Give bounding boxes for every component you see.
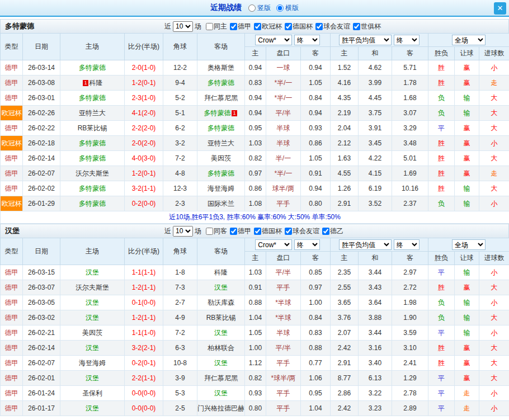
home-team-cell: 多特蒙德 xyxy=(60,60,125,75)
league-filter-checkbox[interactable] xyxy=(206,228,213,235)
odds-company-select[interactable]: Crow* xyxy=(255,239,292,250)
league-filter-checkbox[interactable] xyxy=(206,23,213,30)
match-row: 德甲26-02-02多特蒙德3-2(1-1)12-3海登海姆0.86球半/两0.… xyxy=(1,181,509,196)
col-handicap: 盘口 xyxy=(266,47,301,60)
league-filter-checkbox[interactable] xyxy=(315,23,323,30)
league-filter-checkbox[interactable] xyxy=(322,228,329,235)
europe-odds-select[interactable]: 胜平负均值 xyxy=(339,239,392,250)
date-cell: 26-03-08 xyxy=(23,75,60,91)
col-home-water: 主 xyxy=(245,47,266,60)
scope-select[interactable]: 全场 xyxy=(452,239,486,250)
win-draw-loss-cell: 平 xyxy=(428,325,455,341)
away-team-cell: 奥格斯堡 xyxy=(197,60,245,75)
home-team-name: 多特蒙德 xyxy=(79,200,106,207)
league-filter[interactable]: 德乙 xyxy=(322,226,343,236)
league-filter[interactable]: 德国杯 xyxy=(285,22,313,31)
away-water-cell: 0.93 xyxy=(301,121,331,136)
league-filter[interactable]: 同客 xyxy=(206,226,227,236)
handicap-cell: *半/一 xyxy=(266,91,301,106)
league-filter[interactable]: 德甲 xyxy=(230,22,251,31)
goals-result-cell: 小 xyxy=(479,136,509,151)
handicap-result-cell: 输 xyxy=(455,295,479,310)
away-team-cell: 多特蒙德1 xyxy=(197,106,245,121)
league-filter-label: 球会友谊 xyxy=(323,22,350,31)
scope-select[interactable]: 全场 xyxy=(452,35,486,45)
europe-away-cell: 2.41 xyxy=(392,356,428,371)
home-water-cell: 0.95 xyxy=(245,121,266,136)
odds-stage-select[interactable]: 终 xyxy=(294,35,320,45)
league-filter-checkbox[interactable] xyxy=(285,228,292,235)
filter-bar: 近 10 场 同主德甲欧冠杯德国杯球会友谊世俱杯 xyxy=(164,20,381,33)
col-handicap-result: 让球 xyxy=(455,252,479,265)
col-home: 主场 xyxy=(60,34,125,60)
league-cell: 德甲 xyxy=(1,401,23,416)
col-away: 客场 xyxy=(197,238,245,265)
odds-company-select[interactable]: Crow* xyxy=(255,35,292,45)
away-team-name: 汉堡 xyxy=(214,389,228,397)
handicap-cell: 一球 xyxy=(266,60,301,75)
league-filter[interactable]: 德甲 xyxy=(230,226,251,236)
league-filter-checkbox[interactable] xyxy=(254,23,261,30)
layout-radio[interactable] xyxy=(248,4,256,12)
match-row: 德甲26-03-15汉堡1-1(1-1)1-8科隆1.03平/半0.852.35… xyxy=(1,265,509,280)
league-filter[interactable]: 世俱杯 xyxy=(353,22,381,31)
layout-switch: 竖版横版 xyxy=(248,3,299,13)
league-filter[interactable]: 球会友谊 xyxy=(315,22,350,31)
europe-draw-cell: 3.64 xyxy=(359,295,392,310)
goals-result-cell: 大 xyxy=(479,181,509,196)
league-filter[interactable]: 德国杯 xyxy=(254,226,282,236)
europe-odds-select[interactable]: 胜平负均值 xyxy=(339,35,392,45)
goals-result-cell: 大 xyxy=(479,91,509,106)
score-cell: 4-1(2-0) xyxy=(125,106,163,121)
date-cell: 26-02-22 xyxy=(23,121,60,136)
away-team-name: 多特蒙德 xyxy=(208,79,234,87)
away-water-cell: 1.00 xyxy=(301,295,331,310)
home-team-cell: 圣保利 xyxy=(60,386,125,401)
league-filter[interactable]: 同主 xyxy=(206,22,227,31)
match-row: 德甲26-03-05汉堡0-1(0-0)2-7勒沃库森0.88*半球1.003.… xyxy=(1,295,509,310)
europe-draw-cell: 3.45 xyxy=(359,136,392,151)
away-team-cell: 拜仁慕尼黑 xyxy=(197,371,245,386)
league-filter-label: 同主 xyxy=(214,22,227,31)
league-filter-label: 同客 xyxy=(214,226,227,236)
league-filter[interactable]: 球会友谊 xyxy=(285,226,319,236)
away-team-name: 国际米兰 xyxy=(208,200,234,207)
results-table: 类型 日期 主场 比分(半场) 角球 客场 Crow* 终 xyxy=(0,33,509,224)
home-water-cell: 0.82 xyxy=(245,371,266,386)
corner-cell: 2-3 xyxy=(163,196,197,211)
league-cell: 德甲 xyxy=(1,371,23,386)
match-count-select[interactable]: 10 xyxy=(173,226,193,237)
layout-radio[interactable] xyxy=(276,4,284,12)
home-water-cell: 1.03 xyxy=(245,136,266,151)
layout-option[interactable]: 横版 xyxy=(276,3,299,13)
corner-cell: 7-2 xyxy=(163,151,197,166)
europe-draw-cell: 3.75 xyxy=(359,106,392,121)
league-filter-checkbox[interactable] xyxy=(230,228,237,235)
league-filter-checkbox[interactable] xyxy=(353,23,360,30)
layout-option[interactable]: 竖版 xyxy=(248,3,271,13)
home-water-cell: 1.12 xyxy=(245,356,266,371)
europe-draw-cell: 3.88 xyxy=(359,310,392,325)
league-filter-checkbox[interactable] xyxy=(230,23,237,30)
league-filter-checkbox[interactable] xyxy=(254,228,261,235)
europe-away-cell: 3.07 xyxy=(392,106,428,121)
near-label: 近 xyxy=(164,22,171,31)
league-cell: 德甲 xyxy=(1,310,23,325)
odds-stage-select[interactable]: 终 xyxy=(294,239,320,250)
col-europe-away: 客 xyxy=(392,47,428,60)
europe-stage-select[interactable]: 终 xyxy=(394,35,420,45)
close-button[interactable]: ✕ xyxy=(494,2,506,15)
europe-stage-select[interactable]: 终 xyxy=(394,239,420,250)
europe-home-cell: 4.35 xyxy=(331,91,359,106)
asian-odds-header: Crow* 终 xyxy=(245,238,331,252)
near-label: 近 xyxy=(164,226,171,236)
match-count-select[interactable]: 10 xyxy=(173,21,193,32)
goals-result-cell: 小 xyxy=(479,386,509,401)
europe-draw-cell: 3.22 xyxy=(359,386,392,401)
league-filter-checkbox[interactable] xyxy=(285,23,292,30)
away-team-cell: 汉堡 xyxy=(197,356,245,371)
date-cell: 26-02-01 xyxy=(23,371,60,386)
league-filter-label: 德甲 xyxy=(238,226,251,236)
league-filter[interactable]: 欧冠杯 xyxy=(254,22,282,31)
col-score: 比分(半场) xyxy=(125,238,163,265)
